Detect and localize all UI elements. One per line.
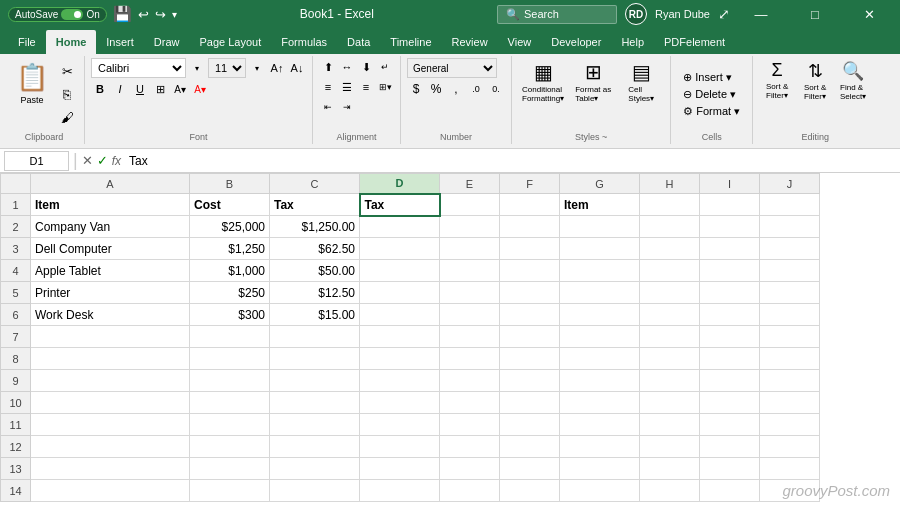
cell-J10[interactable] [760, 392, 820, 414]
cell-D13[interactable] [360, 458, 440, 480]
cell-J5[interactable] [760, 282, 820, 304]
undo-icon[interactable]: ↩ [138, 7, 149, 22]
col-header-b[interactable]: B [190, 174, 270, 194]
col-header-a[interactable]: A [31, 174, 190, 194]
cell-F7[interactable] [500, 326, 560, 348]
cell-D9[interactable] [360, 370, 440, 392]
cell-C12[interactable] [270, 436, 360, 458]
autosave-toggle[interactable] [61, 9, 83, 20]
cell-A1[interactable]: Item [31, 194, 190, 216]
col-header-h[interactable]: H [640, 174, 700, 194]
cell-D7[interactable] [360, 326, 440, 348]
cell-G11[interactable] [560, 414, 640, 436]
cell-E3[interactable] [440, 238, 500, 260]
cell-I12[interactable] [700, 436, 760, 458]
cell-E12[interactable] [440, 436, 500, 458]
col-header-i[interactable]: I [700, 174, 760, 194]
cell-J13[interactable] [760, 458, 820, 480]
wrap-text-button[interactable]: ↵ [376, 58, 394, 76]
autosave-badge[interactable]: AutoSave On [8, 7, 107, 22]
row-header-14[interactable]: 14 [1, 480, 31, 502]
delete-cells-button[interactable]: ⊖ Delete ▾ [677, 87, 746, 102]
cell-J11[interactable] [760, 414, 820, 436]
merge-button[interactable]: ⊞▾ [376, 78, 394, 96]
row-header-4[interactable]: 4 [1, 260, 31, 282]
cell-F8[interactable] [500, 348, 560, 370]
cell-C6[interactable]: $15.00 [270, 304, 360, 326]
cell-F3[interactable] [500, 238, 560, 260]
cell-D12[interactable] [360, 436, 440, 458]
percent-button[interactable]: % [427, 80, 445, 98]
cell-H4[interactable] [640, 260, 700, 282]
row-header-1[interactable]: 1 [1, 194, 31, 216]
copy-button[interactable]: ⎘ [56, 83, 78, 105]
cell-styles-button[interactable]: ▤ CellStyles▾ [618, 58, 664, 105]
cell-B6[interactable]: $300 [190, 304, 270, 326]
font-color-button[interactable]: A▾ [191, 80, 209, 98]
border-button[interactable]: ⊞ [151, 80, 169, 98]
cell-D8[interactable] [360, 348, 440, 370]
cell-F11[interactable] [500, 414, 560, 436]
quick-access-more[interactable]: ▾ [172, 9, 177, 20]
cell-F4[interactable] [500, 260, 560, 282]
cell-D11[interactable] [360, 414, 440, 436]
cell-H8[interactable] [640, 348, 700, 370]
cell-G1[interactable]: Item [560, 194, 640, 216]
cell-F13[interactable] [500, 458, 560, 480]
cell-H6[interactable] [640, 304, 700, 326]
align-center-button[interactable]: ☰ [338, 78, 356, 96]
cell-I2[interactable] [700, 216, 760, 238]
cell-J14[interactable] [760, 480, 820, 502]
cell-J1[interactable] [760, 194, 820, 216]
font-size-select[interactable]: 11 [208, 58, 246, 78]
cell-C2[interactable]: $1,250.00 [270, 216, 360, 238]
cell-C11[interactable] [270, 414, 360, 436]
currency-button[interactable]: $ [407, 80, 425, 98]
formula-input[interactable] [125, 154, 896, 168]
maximize-button[interactable]: □ [792, 0, 838, 28]
cell-A14[interactable] [31, 480, 190, 502]
align-right-button[interactable]: ≡ [357, 78, 375, 96]
cell-F14[interactable] [500, 480, 560, 502]
cell-C5[interactable]: $12.50 [270, 282, 360, 304]
cell-D6[interactable] [360, 304, 440, 326]
tab-draw[interactable]: Draw [144, 30, 190, 54]
cell-D5[interactable] [360, 282, 440, 304]
cell-H2[interactable] [640, 216, 700, 238]
cell-E2[interactable] [440, 216, 500, 238]
cell-B14[interactable] [190, 480, 270, 502]
underline-button[interactable]: U [131, 80, 149, 98]
cell-B12[interactable] [190, 436, 270, 458]
autosum-button[interactable]: Σ Sort &Filter▾ [759, 58, 795, 102]
cell-C7[interactable] [270, 326, 360, 348]
cell-G10[interactable] [560, 392, 640, 414]
name-box[interactable] [4, 151, 69, 171]
increase-decimal-button[interactable]: .0 [467, 80, 485, 98]
cell-J3[interactable] [760, 238, 820, 260]
increase-indent-button[interactable]: ⇥ [338, 98, 356, 116]
cell-I13[interactable] [700, 458, 760, 480]
cell-J6[interactable] [760, 304, 820, 326]
cell-A9[interactable] [31, 370, 190, 392]
cell-B1[interactable]: Cost [190, 194, 270, 216]
cell-A11[interactable] [31, 414, 190, 436]
cell-B8[interactable] [190, 348, 270, 370]
cell-E13[interactable] [440, 458, 500, 480]
cell-A6[interactable]: Work Desk [31, 304, 190, 326]
cell-A8[interactable] [31, 348, 190, 370]
conditional-formatting-button[interactable]: ▦ ConditionalFormatting▾ [518, 58, 568, 105]
cell-J4[interactable] [760, 260, 820, 282]
cell-I4[interactable] [700, 260, 760, 282]
cell-E4[interactable] [440, 260, 500, 282]
row-header-12[interactable]: 12 [1, 436, 31, 458]
cell-H11[interactable] [640, 414, 700, 436]
cell-I10[interactable] [700, 392, 760, 414]
row-header-7[interactable]: 7 [1, 326, 31, 348]
col-header-f[interactable]: F [500, 174, 560, 194]
cell-B9[interactable] [190, 370, 270, 392]
row-header-10[interactable]: 10 [1, 392, 31, 414]
cell-E14[interactable] [440, 480, 500, 502]
tab-data[interactable]: Data [337, 30, 380, 54]
font-name-dropdown[interactable]: ▾ [188, 59, 206, 77]
spreadsheet-container[interactable]: A B C D E F G H I J 1ItemCostTaxTaxItem2… [0, 173, 900, 509]
